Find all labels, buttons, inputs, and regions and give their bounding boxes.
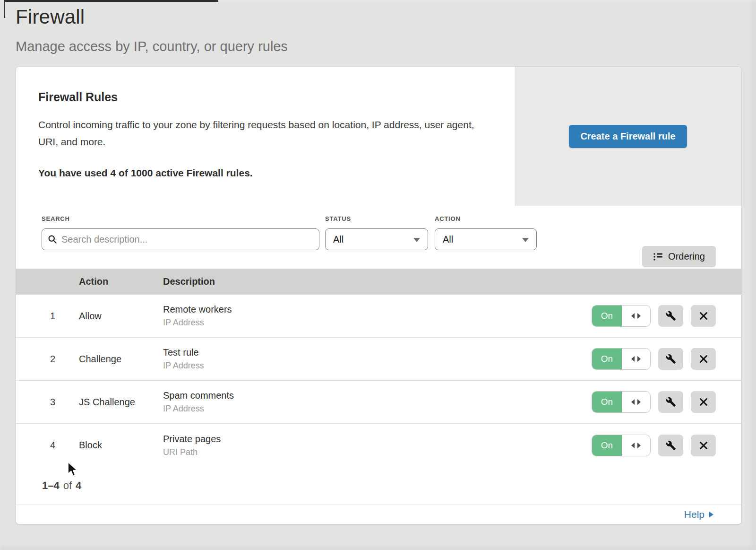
screen-edge-artifact [4, 0, 5, 18]
ordered-list-icon [653, 252, 663, 262]
page-title: Firewall [16, 6, 756, 28]
rule-priority: 4 [16, 440, 79, 451]
toggle-arrows-icon [622, 392, 650, 412]
rule-description: Spam comments [163, 390, 592, 401]
rule-description-cell: Test rule IP Address [163, 347, 592, 371]
toggle-on-label: On [592, 392, 622, 412]
intro-section: Firewall Rules Control incoming traffic … [16, 67, 741, 206]
status-label: STATUS [325, 215, 428, 222]
rule-match-type: URI Path [163, 447, 592, 457]
chevron-down-icon [413, 238, 420, 242]
screen-edge-artifact [4, 0, 218, 2]
rule-controls: On [592, 435, 741, 456]
delete-rule-button[interactable] [691, 305, 716, 327]
rule-action: JS Challenge [79, 397, 163, 408]
pagination-bar: 1–4 of 4 [16, 467, 741, 505]
rule-description: Private pages [163, 434, 592, 445]
create-rule-panel: Create a Firewall rule [515, 67, 741, 206]
close-icon [699, 397, 708, 407]
action-label: ACTION [435, 215, 537, 222]
toggle-on-label: On [592, 306, 622, 326]
wrench-icon [666, 397, 676, 407]
card-footer: Help [16, 505, 741, 524]
rule-enabled-toggle[interactable]: On [592, 435, 651, 456]
rule-controls: On [592, 348, 741, 370]
rule-description: Remote workers [163, 304, 592, 315]
rule-match-type: IP Address [163, 404, 592, 414]
table-header: Action Description [16, 269, 741, 295]
delete-rule-button[interactable] [691, 391, 716, 413]
table-row: 3 JS Challenge Spam comments IP Address … [16, 381, 741, 424]
page-background: Firewall Manage access by IP, country, o… [0, 0, 756, 550]
chevron-down-icon [522, 238, 529, 242]
create-firewall-rule-button[interactable]: Create a Firewall rule [569, 125, 687, 148]
search-group: SEARCH [42, 215, 319, 269]
search-icon [48, 235, 57, 244]
rule-priority: 3 [16, 397, 79, 408]
wrench-icon [666, 354, 676, 364]
description-column-header: Description [163, 276, 741, 287]
status-group: STATUS All [325, 215, 428, 269]
rule-controls: On [592, 305, 741, 327]
search-box[interactable] [42, 228, 319, 250]
search-input[interactable] [61, 234, 313, 245]
card-heading: Firewall Rules [38, 90, 496, 104]
ordering-button-label: Ordering [668, 251, 705, 262]
close-icon [699, 311, 708, 321]
delete-rule-button[interactable] [691, 435, 716, 456]
action-group: ACTION All [435, 215, 537, 269]
rule-enabled-toggle[interactable]: On [592, 348, 651, 370]
rule-description-cell: Private pages URI Path [163, 434, 592, 457]
rule-description-cell: Remote workers IP Address [163, 304, 592, 328]
filter-bar: SEARCH STATUS All ACTION All [16, 206, 741, 269]
rule-action: Block [79, 440, 163, 451]
rule-match-type: IP Address [163, 318, 592, 328]
delete-rule-button[interactable] [691, 348, 716, 370]
table-row: 4 Block Private pages URI Path On [16, 424, 741, 467]
rule-action: Challenge [79, 354, 163, 365]
toggle-arrows-icon [622, 349, 650, 369]
rule-priority: 2 [16, 354, 79, 365]
toggle-arrows-icon [622, 306, 650, 326]
intro-text-block: Firewall Rules Control incoming traffic … [16, 67, 515, 206]
rule-controls: On [592, 391, 741, 413]
page-subtitle: Manage access by IP, country, or query r… [16, 39, 756, 54]
table-row: 1 Allow Remote workers IP Address On [16, 295, 741, 338]
search-label: SEARCH [42, 215, 319, 222]
toggle-on-label: On [592, 349, 622, 369]
toggle-on-label: On [592, 435, 622, 456]
edit-rule-button[interactable] [658, 391, 683, 413]
edit-rule-button[interactable] [658, 305, 683, 327]
wrench-icon [666, 440, 676, 451]
wrench-icon [666, 311, 676, 321]
table-row: 2 Challenge Test rule IP Address On [16, 338, 741, 381]
rule-match-type: IP Address [163, 361, 592, 371]
edit-rule-button[interactable] [658, 348, 683, 370]
action-select[interactable]: All [435, 228, 537, 250]
rule-enabled-toggle[interactable]: On [592, 305, 651, 327]
usage-summary: You have used 4 of 1000 active Firewall … [38, 167, 496, 179]
close-icon [699, 441, 708, 450]
pagination-range: 1–4 [42, 480, 60, 492]
help-link-label: Help [684, 509, 704, 520]
card-description: Control incoming traffic to your zone by… [38, 116, 487, 150]
edit-rule-button[interactable] [658, 435, 683, 456]
status-select[interactable]: All [325, 228, 428, 250]
rule-enabled-toggle[interactable]: On [592, 391, 651, 413]
action-column-header: Action [79, 276, 163, 287]
help-link[interactable]: Help [684, 509, 714, 520]
pagination-total: 4 [76, 480, 81, 492]
firewall-rules-card: Firewall Rules Control incoming traffic … [16, 66, 742, 524]
action-selected-value: All [443, 234, 453, 245]
rule-priority: 1 [16, 311, 79, 322]
pagination-of: of [63, 480, 72, 492]
toggle-arrows-icon [622, 435, 650, 456]
rule-description: Test rule [163, 347, 592, 358]
close-icon [699, 354, 708, 364]
rule-action: Allow [79, 311, 163, 322]
arrow-right-icon [709, 511, 714, 518]
status-selected-value: All [333, 234, 344, 245]
ordering-button[interactable]: Ordering [642, 246, 716, 267]
rule-description-cell: Spam comments IP Address [163, 390, 592, 414]
